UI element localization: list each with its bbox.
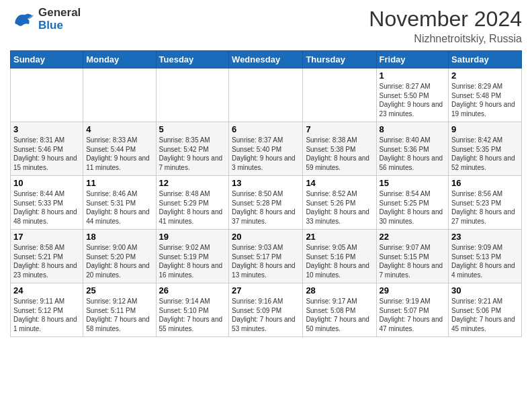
day-info: Sunrise: 9:09 AM Sunset: 5:13 PM Dayligh… [451, 243, 519, 279]
calendar-cell: 15Sunrise: 8:54 AM Sunset: 5:25 PM Dayli… [376, 176, 449, 230]
page-container: General Blue November 2024 Nizhnetroitsk… [0, 0, 532, 344]
calendar-cell [156, 68, 229, 122]
day-info: Sunrise: 9:21 AM Sunset: 5:06 PM Dayligh… [451, 297, 519, 333]
day-number: 9 [451, 124, 519, 134]
day-number: 18 [86, 232, 152, 242]
day-info: Sunrise: 8:38 AM Sunset: 5:38 PM Dayligh… [306, 136, 373, 172]
calendar-cell: 4Sunrise: 8:33 AM Sunset: 5:44 PM Daylig… [83, 122, 156, 176]
calendar-week-row: 10Sunrise: 8:44 AM Sunset: 5:33 PM Dayli… [11, 176, 522, 230]
calendar-week-row: 17Sunrise: 8:58 AM Sunset: 5:21 PM Dayli… [11, 230, 522, 283]
day-info: Sunrise: 8:27 AM Sunset: 5:50 PM Dayligh… [380, 82, 446, 118]
day-number: 10 [13, 178, 80, 188]
day-number: 1 [380, 71, 446, 81]
day-info: Sunrise: 8:33 AM Sunset: 5:44 PM Dayligh… [86, 136, 152, 172]
day-info: Sunrise: 8:56 AM Sunset: 5:23 PM Dayligh… [451, 189, 519, 226]
day-info: Sunrise: 8:40 AM Sunset: 5:36 PM Dayligh… [380, 136, 446, 172]
day-info: Sunrise: 8:29 AM Sunset: 5:48 PM Dayligh… [451, 82, 519, 118]
calendar-cell: 7Sunrise: 8:38 AM Sunset: 5:38 PM Daylig… [303, 122, 376, 176]
day-number: 26 [159, 285, 226, 295]
day-info: Sunrise: 8:42 AM Sunset: 5:35 PM Dayligh… [451, 136, 519, 172]
day-info: Sunrise: 9:02 AM Sunset: 5:19 PM Dayligh… [159, 243, 226, 279]
weekday-header-friday: Friday [376, 51, 449, 68]
calendar-cell [11, 68, 83, 122]
day-number: 28 [306, 285, 373, 295]
day-number: 5 [159, 124, 226, 134]
calendar-cell: 17Sunrise: 8:58 AM Sunset: 5:21 PM Dayli… [11, 230, 83, 283]
day-info: Sunrise: 9:03 AM Sunset: 5:17 PM Dayligh… [232, 243, 300, 279]
calendar-cell: 8Sunrise: 8:40 AM Sunset: 5:36 PM Daylig… [376, 122, 449, 176]
calendar-cell: 11Sunrise: 8:46 AM Sunset: 5:31 PM Dayli… [83, 176, 156, 230]
calendar-cell: 9Sunrise: 8:42 AM Sunset: 5:35 PM Daylig… [449, 122, 522, 176]
calendar-cell: 14Sunrise: 8:52 AM Sunset: 5:26 PM Dayli… [303, 176, 376, 230]
day-info: Sunrise: 8:54 AM Sunset: 5:25 PM Dayligh… [380, 189, 446, 226]
calendar-cell: 24Sunrise: 9:11 AM Sunset: 5:12 PM Dayli… [11, 283, 83, 337]
day-number: 17 [13, 232, 80, 242]
day-number: 11 [86, 178, 152, 188]
day-number: 24 [13, 285, 80, 295]
day-info: Sunrise: 9:16 AM Sunset: 5:09 PM Dayligh… [232, 297, 300, 333]
day-info: Sunrise: 8:50 AM Sunset: 5:28 PM Dayligh… [232, 189, 300, 226]
day-info: Sunrise: 8:48 AM Sunset: 5:29 PM Dayligh… [159, 189, 226, 226]
day-info: Sunrise: 8:44 AM Sunset: 5:33 PM Dayligh… [13, 189, 80, 226]
weekday-header-saturday: Saturday [449, 51, 522, 68]
day-number: 13 [232, 178, 300, 188]
logo-general: General [38, 7, 81, 19]
day-number: 4 [86, 124, 152, 134]
day-info: Sunrise: 8:35 AM Sunset: 5:42 PM Dayligh… [159, 136, 226, 172]
calendar-cell: 28Sunrise: 9:17 AM Sunset: 5:08 PM Dayli… [303, 283, 376, 337]
calendar-cell: 22Sunrise: 9:07 AM Sunset: 5:15 PM Dayli… [376, 230, 449, 283]
day-info: Sunrise: 9:07 AM Sunset: 5:15 PM Dayligh… [380, 243, 446, 279]
day-number: 19 [159, 232, 226, 242]
logo-text: General Blue [38, 7, 81, 32]
day-number: 29 [380, 285, 446, 295]
logo-blue: Blue [38, 19, 81, 32]
day-info: Sunrise: 8:58 AM Sunset: 5:21 PM Dayligh… [13, 243, 80, 279]
day-number: 25 [86, 285, 152, 295]
calendar-cell: 13Sunrise: 8:50 AM Sunset: 5:28 PM Dayli… [229, 176, 303, 230]
logo: General Blue [10, 7, 81, 32]
day-info: Sunrise: 9:14 AM Sunset: 5:10 PM Dayligh… [159, 297, 226, 333]
day-info: Sunrise: 9:17 AM Sunset: 5:08 PM Dayligh… [306, 297, 373, 333]
title-section: November 2024 Nizhnetroitskiy, Russia [369, 7, 522, 45]
calendar-cell [83, 68, 156, 122]
calendar-cell: 25Sunrise: 9:12 AM Sunset: 5:11 PM Dayli… [83, 283, 156, 337]
calendar-cell: 29Sunrise: 9:19 AM Sunset: 5:07 PM Dayli… [376, 283, 449, 337]
day-info: Sunrise: 9:19 AM Sunset: 5:07 PM Dayligh… [380, 297, 446, 333]
day-number: 12 [159, 178, 226, 188]
calendar-cell: 27Sunrise: 9:16 AM Sunset: 5:09 PM Dayli… [229, 283, 303, 337]
calendar-table: SundayMondayTuesdayWednesdayThursdayFrid… [10, 50, 522, 337]
calendar-cell: 26Sunrise: 9:14 AM Sunset: 5:10 PM Dayli… [156, 283, 229, 337]
day-info: Sunrise: 8:31 AM Sunset: 5:46 PM Dayligh… [13, 136, 80, 172]
day-number: 7 [306, 124, 373, 134]
weekday-header-row: SundayMondayTuesdayWednesdayThursdayFrid… [11, 51, 522, 68]
day-info: Sunrise: 9:11 AM Sunset: 5:12 PM Dayligh… [13, 297, 80, 333]
weekday-header-monday: Monday [83, 51, 156, 68]
calendar-cell: 21Sunrise: 9:05 AM Sunset: 5:16 PM Dayli… [303, 230, 376, 283]
calendar-cell: 12Sunrise: 8:48 AM Sunset: 5:29 PM Dayli… [156, 176, 229, 230]
day-number: 3 [13, 124, 80, 134]
day-info: Sunrise: 8:37 AM Sunset: 5:40 PM Dayligh… [232, 136, 300, 172]
calendar-cell [303, 68, 376, 122]
day-number: 16 [451, 178, 519, 188]
calendar-week-row: 3Sunrise: 8:31 AM Sunset: 5:46 PM Daylig… [11, 122, 522, 176]
calendar-cell: 19Sunrise: 9:02 AM Sunset: 5:19 PM Dayli… [156, 230, 229, 283]
day-number: 22 [380, 232, 446, 242]
calendar-cell: 16Sunrise: 8:56 AM Sunset: 5:23 PM Dayli… [449, 176, 522, 230]
weekday-header-wednesday: Wednesday [229, 51, 303, 68]
header: General Blue November 2024 Nizhnetroitsk… [10, 7, 522, 45]
calendar-cell: 1Sunrise: 8:27 AM Sunset: 5:50 PM Daylig… [376, 68, 449, 122]
calendar-cell: 3Sunrise: 8:31 AM Sunset: 5:46 PM Daylig… [11, 122, 83, 176]
day-number: 23 [451, 232, 519, 242]
weekday-header-sunday: Sunday [11, 51, 83, 68]
day-info: Sunrise: 9:00 AM Sunset: 5:20 PM Dayligh… [86, 243, 152, 279]
calendar-cell: 2Sunrise: 8:29 AM Sunset: 5:48 PM Daylig… [449, 68, 522, 122]
day-number: 2 [451, 71, 519, 81]
calendar-cell: 18Sunrise: 9:00 AM Sunset: 5:20 PM Dayli… [83, 230, 156, 283]
day-number: 14 [306, 178, 373, 188]
day-number: 30 [451, 285, 519, 295]
day-info: Sunrise: 8:46 AM Sunset: 5:31 PM Dayligh… [86, 189, 152, 226]
day-number: 27 [232, 285, 300, 295]
month-title: November 2024 [369, 7, 522, 32]
day-info: Sunrise: 8:52 AM Sunset: 5:26 PM Dayligh… [306, 189, 373, 226]
location: Nizhnetroitskiy, Russia [369, 33, 522, 45]
